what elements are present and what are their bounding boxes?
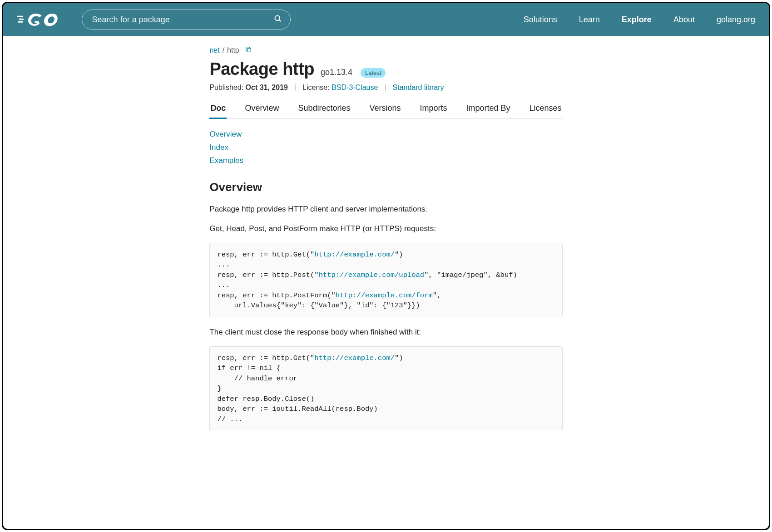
standard-library-link[interactable]: Standard library: [393, 84, 444, 92]
content-container: net/http Package http go1.13.4 Latest Pu…: [205, 36, 567, 529]
site-header: Solutions Learn Explore About golang.org: [3, 3, 769, 36]
go-logo[interactable]: [17, 11, 64, 28]
nav-explore[interactable]: Explore: [622, 15, 652, 25]
breadcrumb-separator: /: [223, 46, 224, 54]
nav-learn[interactable]: Learn: [579, 15, 600, 25]
meta-separator: |: [384, 84, 386, 92]
meta-separator: |: [294, 84, 296, 92]
overview-paragraph-1: Package http provides HTTP client and se…: [209, 203, 562, 215]
package-version: go1.13.4: [321, 68, 352, 77]
nav-solutions[interactable]: Solutions: [524, 15, 557, 25]
toc-examples-link[interactable]: Examples: [209, 154, 562, 167]
tab-versions[interactable]: Versions: [368, 101, 401, 118]
breadcrumb-parent-link[interactable]: net: [209, 46, 219, 54]
meta-row: Published: Oct 31, 2019 | License: BSD-3…: [209, 84, 562, 92]
tab-imports[interactable]: Imports: [419, 101, 448, 118]
code-url-link[interactable]: http://example.com/: [314, 251, 395, 259]
code-example-2: resp, err := http.Get("http://example.co…: [209, 346, 562, 431]
page-title: Package http: [209, 59, 314, 79]
published-block: Published: Oct 31, 2019: [209, 84, 288, 92]
toc-index-link[interactable]: Index: [209, 141, 562, 154]
svg-rect-5: [247, 48, 251, 52]
nav-about[interactable]: About: [673, 15, 695, 25]
license-link[interactable]: BSD-3-Clause: [332, 84, 378, 91]
tab-licenses[interactable]: Licenses: [529, 101, 563, 118]
tab-imported-by[interactable]: Imported By: [465, 101, 511, 118]
code-url-link[interactable]: http://example.com/upload: [319, 271, 425, 279]
tab-subdirectories[interactable]: Subdirectories: [297, 101, 351, 118]
breadcrumb: net/http: [209, 46, 562, 55]
code-url-link[interactable]: http://example.com/: [314, 354, 395, 362]
tab-doc[interactable]: Doc: [209, 101, 227, 119]
svg-rect-2: [18, 21, 23, 23]
primary-nav: Solutions Learn Explore About golang.org: [524, 15, 755, 25]
overview-heading: Overview: [209, 180, 562, 194]
code-url-link[interactable]: http://example.com/form: [336, 291, 433, 300]
overview-paragraph-3: The client must close the response body …: [209, 326, 562, 338]
search-box: [82, 10, 291, 30]
overview-paragraph-2: Get, Head, Post, and PostForm make HTTP …: [209, 223, 562, 235]
svg-line-4: [279, 20, 281, 22]
published-label: Published:: [209, 84, 243, 91]
svg-rect-1: [19, 19, 24, 20]
license-label: License:: [302, 84, 330, 91]
toc-overview-link[interactable]: Overview: [209, 128, 562, 141]
tab-overview[interactable]: Overview: [244, 101, 280, 118]
search-icon[interactable]: [273, 14, 282, 25]
svg-point-3: [275, 15, 280, 20]
title-row: Package http go1.13.4 Latest: [209, 59, 562, 79]
package-tabs: Doc Overview Subdirectories Versions Imp…: [209, 101, 562, 119]
svg-rect-0: [17, 16, 23, 17]
published-date: Oct 31, 2019: [246, 84, 288, 91]
license-block: License: BSD-3-Clause: [302, 84, 378, 92]
code-example-1: resp, err := http.Get("http://example.co…: [209, 243, 562, 318]
breadcrumb-current: http: [227, 46, 239, 54]
search-input[interactable]: [82, 10, 291, 30]
doc-toc: Overview Index Examples: [209, 128, 562, 167]
nav-golang-org[interactable]: golang.org: [717, 15, 755, 25]
copy-path-icon[interactable]: [245, 46, 252, 55]
latest-badge: Latest: [361, 68, 386, 78]
